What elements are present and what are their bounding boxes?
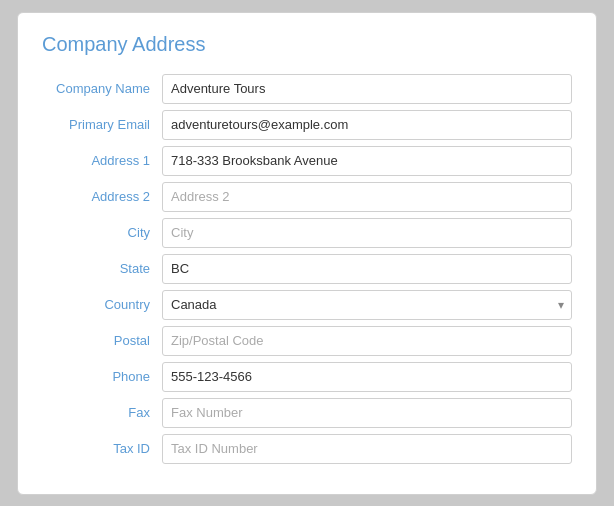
- primary-email-label: Primary Email: [42, 117, 162, 132]
- city-label: City: [42, 225, 162, 240]
- fax-row: Fax: [42, 398, 572, 428]
- company-name-row: Company Name: [42, 74, 572, 104]
- tax-id-label: Tax ID: [42, 441, 162, 456]
- postal-input[interactable]: [162, 326, 572, 356]
- fax-label: Fax: [42, 405, 162, 420]
- company-name-label: Company Name: [42, 81, 162, 96]
- company-address-card: Company Address Company Name Primary Ema…: [17, 12, 597, 495]
- fax-input[interactable]: [162, 398, 572, 428]
- phone-row: Phone: [42, 362, 572, 392]
- country-label: Country: [42, 297, 162, 312]
- tax-id-row: Tax ID: [42, 434, 572, 464]
- address2-label: Address 2: [42, 189, 162, 204]
- state-label: State: [42, 261, 162, 276]
- state-row: State: [42, 254, 572, 284]
- postal-label: Postal: [42, 333, 162, 348]
- phone-input[interactable]: [162, 362, 572, 392]
- country-row: Country Canada United States United King…: [42, 290, 572, 320]
- address1-row: Address 1: [42, 146, 572, 176]
- postal-row: Postal: [42, 326, 572, 356]
- tax-id-input[interactable]: [162, 434, 572, 464]
- primary-email-input[interactable]: [162, 110, 572, 140]
- address2-row: Address 2: [42, 182, 572, 212]
- address1-label: Address 1: [42, 153, 162, 168]
- city-input[interactable]: [162, 218, 572, 248]
- company-name-input[interactable]: [162, 74, 572, 104]
- country-select[interactable]: Canada United States United Kingdom Aust…: [162, 290, 572, 320]
- state-input[interactable]: [162, 254, 572, 284]
- address1-input[interactable]: [162, 146, 572, 176]
- city-row: City: [42, 218, 572, 248]
- card-title: Company Address: [42, 33, 572, 56]
- address2-input[interactable]: [162, 182, 572, 212]
- country-select-wrapper: Canada United States United Kingdom Aust…: [162, 290, 572, 320]
- phone-label: Phone: [42, 369, 162, 384]
- primary-email-row: Primary Email: [42, 110, 572, 140]
